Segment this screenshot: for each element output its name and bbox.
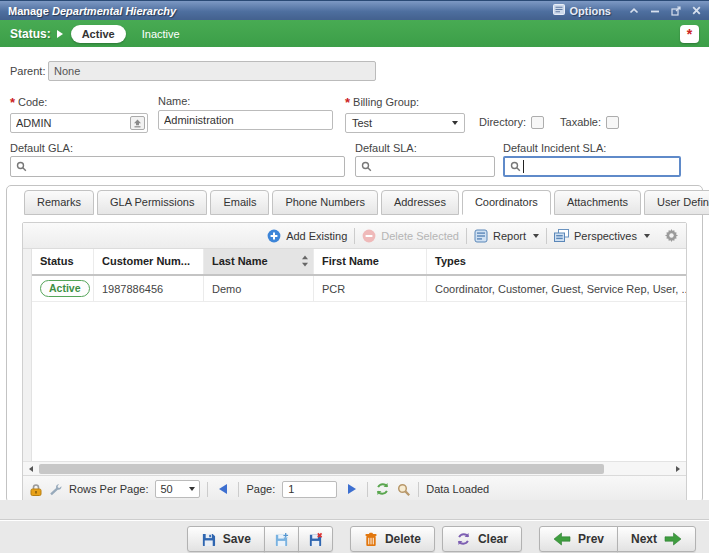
save-button[interactable]: Save <box>187 526 265 552</box>
default-incident-sla-label: Default Incident SLA: <box>503 142 681 154</box>
status-bar: Status: Active Inactive * <box>0 20 709 47</box>
search-icon <box>510 161 521 172</box>
arrow-left-icon <box>553 532 571 546</box>
perspectives-icon <box>554 229 569 242</box>
default-incident-sla-search-field[interactable] <box>503 156 681 177</box>
horizontal-scrollbar[interactable] <box>23 461 686 475</box>
pager-separator <box>238 482 239 497</box>
status-inactive-toggle[interactable]: Inactive <box>142 28 180 40</box>
default-sla-search-field[interactable] <box>355 156 495 177</box>
minimize-icon[interactable] <box>650 7 660 15</box>
trash-icon <box>364 532 378 547</box>
form-area: Parent: *Code: Name: *Billing Group: Tes… <box>0 61 709 177</box>
page-number-input[interactable] <box>282 481 337 498</box>
window-title-emphasis: Departmental Hierarchy <box>52 5 176 17</box>
parent-field[interactable] <box>48 61 376 81</box>
lock-icon[interactable] <box>30 483 42 496</box>
cell-customer-number: 1987886456 <box>94 276 204 301</box>
footer: Save Delete Clear Prev Next <box>0 500 709 553</box>
scrollbar-thumb[interactable] <box>39 464 604 474</box>
tab-emails[interactable]: Emails <box>210 190 269 215</box>
sort-icon <box>301 255 309 267</box>
close-icon[interactable] <box>692 6 701 15</box>
delete-button[interactable]: Delete <box>350 526 435 552</box>
tab-remarks[interactable]: Remarks <box>24 190 94 215</box>
column-header-customer-number[interactable]: Customer Num... <box>94 249 204 274</box>
cell-types: Coordinator, Customer, Guest, Service Re… <box>427 276 686 301</box>
popout-icon[interactable] <box>671 6 681 16</box>
save-and-close-button[interactable] <box>298 526 333 552</box>
next-page-button[interactable] <box>344 484 360 494</box>
scroll-left-icon[interactable] <box>25 466 37 472</box>
tab-coordinators[interactable]: Coordinators <box>462 190 551 215</box>
cell-first-name: PCR <box>314 276 427 301</box>
report-button[interactable]: Report <box>467 229 546 243</box>
name-field[interactable] <box>158 110 333 130</box>
parent-label: Parent: <box>10 65 48 77</box>
report-icon <box>474 229 488 243</box>
tab-attachments[interactable]: Attachments <box>554 190 641 215</box>
chevron-down-icon <box>189 487 195 491</box>
footer-button-bar: Save Delete Clear Prev Next <box>0 520 709 552</box>
gear-icon <box>665 229 678 242</box>
cell-status: Active <box>32 276 94 301</box>
options-button[interactable]: Options <box>553 4 611 17</box>
wrench-icon[interactable] <box>49 483 62 496</box>
grid-settings-button[interactable] <box>665 229 678 242</box>
options-menu-icon <box>553 4 565 17</box>
code-generate-button[interactable] <box>130 116 145 130</box>
grid-pager: Rows Per Page: 50 Page: Data Loaded <box>23 475 686 502</box>
clear-refresh-icon <box>456 532 471 546</box>
clear-button[interactable]: Clear <box>442 526 522 552</box>
status-label: Status: <box>10 27 51 41</box>
chevron-down-icon <box>533 234 539 238</box>
required-legend-button[interactable]: * <box>680 25 699 43</box>
add-existing-button[interactable]: Add Existing <box>260 229 354 243</box>
save-add-icon <box>274 532 289 547</box>
perspectives-button[interactable]: Perspectives <box>547 229 657 242</box>
tab-gla-permissions[interactable]: GLA Permissions <box>97 190 207 215</box>
column-header-types[interactable]: Types <box>427 249 686 274</box>
refresh-icon[interactable] <box>375 482 390 496</box>
prev-next-button-group: Prev Next <box>539 526 696 552</box>
column-header-last-name[interactable]: Last Name <box>204 249 314 274</box>
column-header-first-name[interactable]: First Name <box>314 249 427 274</box>
tab-phone-numbers[interactable]: Phone Numbers <box>272 190 378 215</box>
directory-label: Directory: <box>479 116 526 128</box>
search-fields-row: Default GLA: Default SLA: Default Incide… <box>10 142 699 177</box>
chevron-down-icon <box>644 234 650 238</box>
directory-checkbox[interactable] <box>531 116 544 129</box>
status-active-toggle[interactable]: Active <box>71 25 126 43</box>
pager-status-text: Data Loaded <box>426 483 489 495</box>
table-row[interactable]: Active 1987886456 Demo PCR Coordinator, … <box>32 276 686 302</box>
default-sla-label: Default SLA: <box>355 142 495 154</box>
tab-addresses[interactable]: Addresses <box>381 190 459 215</box>
billing-group-select[interactable]: Test <box>345 113 465 133</box>
column-header-status[interactable]: Status <box>32 249 94 274</box>
rows-per-page-label: Rows Per Page: <box>69 483 148 495</box>
save-and-new-button[interactable] <box>264 526 299 552</box>
rows-per-page-value: 50 <box>160 483 172 495</box>
previous-page-button[interactable] <box>215 484 231 494</box>
tab-user-defined-fields[interactable]: User Defined Fields <box>644 190 709 215</box>
chevron-down-icon <box>452 121 458 125</box>
next-button[interactable]: Next <box>617 526 696 552</box>
taxable-checkbox[interactable] <box>606 116 619 129</box>
grid-empty-area <box>32 302 686 461</box>
code-field[interactable] <box>10 113 148 133</box>
collapse-icon[interactable] <box>629 7 639 15</box>
pager-separator <box>207 482 208 497</box>
rows-per-page-select[interactable]: 50 <box>155 480 200 498</box>
grid-toolbar: Add Existing Delete Selected Report Pers… <box>23 223 686 249</box>
page-label: Page: <box>246 483 275 495</box>
scroll-right-icon[interactable] <box>672 466 684 472</box>
prev-button[interactable]: Prev <box>539 526 618 552</box>
default-gla-search-field[interactable] <box>10 156 345 177</box>
grid-body: Status Customer Num... Last Name First N… <box>23 249 686 461</box>
save-close-icon <box>308 532 323 547</box>
cell-last-name: Demo <box>204 276 314 301</box>
delete-selected-button[interactable]: Delete Selected <box>355 229 466 243</box>
grid-header-row: Status Customer Num... Last Name First N… <box>32 249 686 276</box>
fields-row: *Code: Name: *Billing Group: Test Direct… <box>10 95 699 133</box>
search-icon[interactable] <box>397 483 411 496</box>
